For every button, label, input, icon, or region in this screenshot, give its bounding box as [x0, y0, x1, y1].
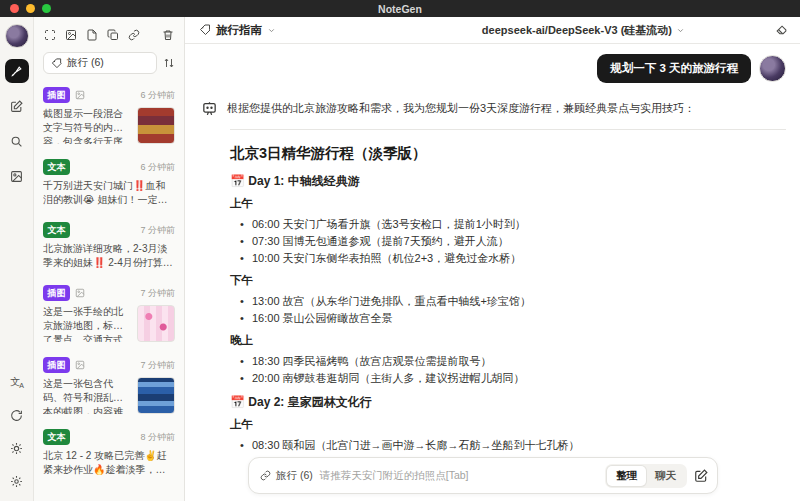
section-items: 06:00 天安门广场看升旗（选3号安检口，提前1小时到）07:30 国博无包通… [240, 216, 776, 267]
rail-item-settings[interactable] [5, 469, 29, 493]
screenshot-icon[interactable] [44, 29, 56, 41]
record-summary: 北京旅游详细攻略，2-3月淡季来的姐妹‼️ 2-4月份打算来北京玩的宝子 不用再… [43, 242, 175, 270]
itinerary-item: 07:30 国博无包通道参观（提前7天预约，避开人流） [240, 233, 776, 250]
rail-item-search[interactable] [5, 129, 29, 153]
section-label: 晚上 [230, 333, 776, 348]
file-icon[interactable] [86, 29, 98, 41]
titlebar: NoteGen [0, 0, 800, 17]
user-avatar[interactable] [5, 24, 29, 48]
record-timestamp: 7 分钟前 [140, 224, 175, 237]
user-message-row: 规划一下 3 天的旅游行程 [200, 54, 786, 83]
record-summary: 千万别进天安门城门‼️血和泪的教训😭 姐妹们！一定要听劝啊！❗️除非是预约了参观… [43, 179, 175, 207]
record-type-badge: 插图 [43, 357, 70, 373]
rail-item-translate[interactable]: 文A [5, 370, 29, 394]
note-title: 旅行指南 [216, 23, 262, 38]
user-avatar [759, 55, 786, 82]
input-tag-chip[interactable]: 旅行 (6) [260, 469, 313, 483]
record-card[interactable]: 文本 8 分钟前 北京 12 - 2 攻略已完善✌️赶紧来抄作业🔥趁着淡季，快把… [34, 422, 184, 485]
record-type-badge: 文本 [43, 429, 70, 445]
record-type-badge: 插图 [43, 87, 70, 103]
image-icon[interactable] [65, 29, 77, 41]
itinerary-day: 📅 Day 1: 中轴线经典游 上午 06:00 天安门广场看升旗（选3号安检口… [230, 173, 776, 387]
rail-item-write[interactable] [5, 94, 29, 118]
input-strip: 旅行 (6) 请推荐天安门附近的拍照点[Tab] 整理 聊天 [185, 455, 800, 501]
gallery-icon [10, 170, 23, 183]
record-card[interactable]: 文本 6 分钟前 千万别进天安门城门‼️血和泪的教训😭 姐妹们！一定要听劝啊！❗… [34, 152, 184, 215]
theme-sun-icon [10, 442, 23, 455]
trash-icon[interactable] [162, 29, 174, 41]
record-card[interactable]: 插图 6 分钟前 截图显示一段混合文字与符号的内容，包含多行无序排列的字母、数字… [34, 80, 184, 152]
send-compose-button[interactable] [694, 469, 708, 483]
model-selector[interactable]: deepseek-ai/DeepSeek-V3 (硅基流动) [482, 23, 685, 38]
assistant-message-row: 根据您提供的北京旅游攻略和需求，我为您规划一份3天深度游行程，兼顾经典景点与实用… [200, 99, 786, 117]
clear-context-button[interactable] [775, 24, 788, 37]
search-icon [10, 135, 23, 148]
input-tag-label: 旅行 (6) [276, 469, 313, 483]
article-title: 北京3日精华游行程（淡季版） [230, 144, 776, 163]
record-card[interactable]: 插图 7 分钟前 这是一张包含代码、符号和混乱文本的截图，内容难以解读，似乎涉及… [34, 350, 184, 422]
record-timestamp: 7 分钟前 [140, 359, 175, 372]
record-thumbnail [137, 107, 175, 144]
tag-filter-label: 旅行 (6) [67, 56, 104, 70]
record-timestamp: 6 分钟前 [140, 89, 175, 102]
link-icon[interactable] [128, 29, 140, 41]
record-card[interactable]: 插图 7 分钟前 这是一张手绘的北京旅游地图，标注了景点、交通方式和门票价格，如… [34, 278, 184, 350]
note-title-selector[interactable]: 旅行指南 [199, 23, 276, 38]
itinerary-item: 13:00 故宫（从东华门进免排队，重点看中轴线+珍宝馆） [240, 293, 776, 310]
clipboard-icon[interactable] [107, 29, 119, 41]
itinerary-item: 20:00 南锣鼓巷逛胡同（主街人多，建议拐进帽儿胡同） [240, 370, 776, 387]
bot-icon [201, 100, 218, 117]
itinerary-item: 18:30 四季民福烤鸭（故宫店观景位需提前取号） [240, 353, 776, 370]
tag-icon [51, 58, 62, 69]
tag-filter-select[interactable]: 旅行 (6) [43, 52, 157, 74]
mode-chat-button[interactable]: 聊天 [646, 466, 685, 486]
section-items: 13:00 故宫（从东华门进免排队，重点看中轴线+珍宝馆）16:00 景山公园俯… [240, 293, 776, 327]
sort-icon[interactable] [163, 57, 175, 69]
tag-filter-row: 旅行 (6) [34, 47, 184, 80]
chat-input[interactable]: 请推荐天安门附近的拍照点[Tab] [320, 469, 598, 483]
image-ref-icon [75, 90, 85, 100]
itinerary-item: 16:00 景山公园俯瞰故宫全景 [240, 310, 776, 327]
day-section: 晚上 18:30 四季民福烤鸭（故宫店观景位需提前取号）20:00 南锣鼓巷逛胡… [230, 333, 776, 387]
record-type-badge: 文本 [43, 222, 70, 238]
translate-icon: 文A [10, 375, 23, 389]
app-window: NoteGen [0, 0, 800, 501]
main-header: 旅行指南 deepseek-ai/DeepSeek-V3 (硅基流动) [185, 17, 800, 44]
record-thumbnail [137, 305, 175, 342]
day-section: 下午 13:00 故宫（从东华门进免排队，重点看中轴线+珍宝馆）16:00 景山… [230, 273, 776, 327]
record-pen-icon [10, 65, 23, 78]
day-section: 上午 06:00 天安门广场看升旗（选3号安检口，提前1小时到）07:30 国博… [230, 196, 776, 267]
image-ref-icon [75, 288, 85, 298]
record-thumbnail [137, 377, 175, 414]
section-label: 下午 [230, 273, 776, 288]
rail-item-record[interactable] [5, 59, 29, 83]
rail-item-sync[interactable] [5, 403, 29, 427]
model-label: deepseek-ai/DeepSeek-V3 (硅基流动) [482, 23, 672, 38]
record-timestamp: 8 分钟前 [140, 431, 175, 444]
record-summary: 这是一张包含代码、符号和混乱文本的截图，内容难以解读，似乎涉及技术... [43, 377, 131, 414]
day-heading: 📅 Day 1: 中轴线经典游 [230, 173, 776, 190]
tag-icon [199, 24, 211, 36]
assistant-intro-text: 根据您提供的北京旅游攻略和需求，我为您规划一份3天深度游行程，兼顾经典景点与实用… [227, 99, 695, 116]
record-card[interactable]: 文本 7 分钟前 北京旅游详细攻略，2-3月淡季来的姐妹‼️ 2-4月份打算来北… [34, 215, 184, 278]
user-message-bubble: 规划一下 3 天的旅游行程 [597, 54, 751, 83]
chat-scroll-area[interactable]: 规划一下 3 天的旅游行程 根据您提供的北京旅游攻略和需求，我为您规划一份3天深… [185, 44, 800, 501]
rail-item-theme[interactable] [5, 436, 29, 460]
day-heading: 📅 Day 2: 皇家园林文化行 [230, 394, 776, 411]
chat-input-bar: 旅行 (6) 请推荐天安门附近的拍照点[Tab] 整理 聊天 [248, 457, 718, 494]
rail-item-gallery[interactable] [5, 164, 29, 188]
main-panel: 旅行指南 deepseek-ai/DeepSeek-V3 (硅基流动) [185, 17, 800, 501]
itinerary-item: 08:30 颐和园（北宫门进→画中游→长廊→石舫→坐船到十七孔桥） [240, 437, 776, 454]
settings-gear-icon [10, 475, 23, 488]
record-summary: 截图显示一段混合文字与符号的内容，包含多行无序排列的字母、数字和符... [43, 107, 131, 144]
link-icon [260, 470, 271, 481]
record-summary: 北京 12 - 2 攻略已完善✌️赶紧来抄作业🔥趁着淡季，快把北京旅游攻略重新整… [43, 449, 175, 477]
sync-icon [10, 409, 23, 422]
record-timestamp: 6 分钟前 [140, 161, 175, 174]
mode-organize-button[interactable]: 整理 [607, 466, 646, 486]
chevron-down-icon [267, 26, 276, 35]
records-sidebar: 旅行 (6) 插图 6 分钟前 截图显示一段混合文字与符号的内容，包含多行无序排… [34, 17, 185, 501]
records-toolbar [34, 22, 184, 47]
record-timestamp: 7 分钟前 [140, 287, 175, 300]
itinerary-item: 06:00 天安门广场看升旗（选3号安检口，提前1小时到） [240, 216, 776, 233]
